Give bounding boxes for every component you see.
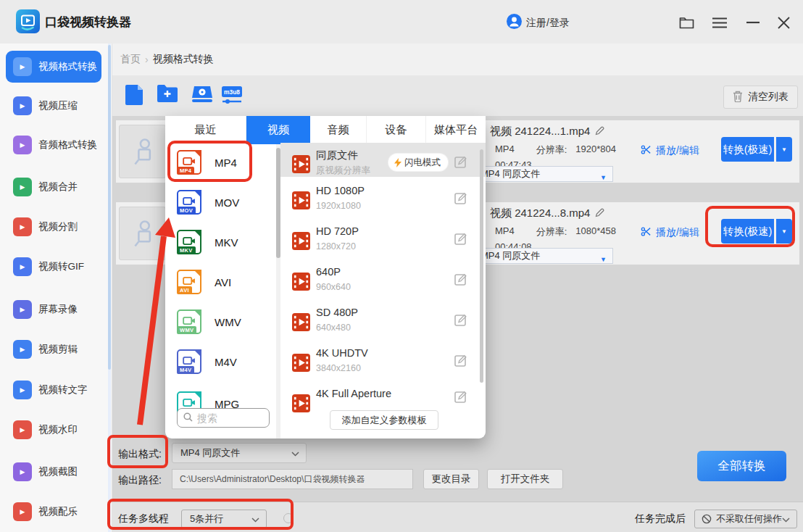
convert-button-1[interactable]: 转换(极速) xyxy=(721,137,774,162)
change-directory-button[interactable]: 更改目录 xyxy=(423,469,479,489)
format-item-m4v[interactable]: M4VM4V xyxy=(165,344,274,380)
format-item-mkv[interactable]: MKVMKV xyxy=(165,224,274,260)
format-item-mov[interactable]: MOVMOV xyxy=(165,184,274,220)
sidebar-item-video-merge[interactable]: 视频合并 xyxy=(6,171,101,203)
file-name-2: 视频 241224...8.mp4 xyxy=(490,207,604,220)
convert-all-button[interactable]: 全部转换 xyxy=(697,451,786,481)
preset-4k-uhdtv[interactable]: 4K UHDTV 3840x2160 xyxy=(283,344,478,381)
scissors-icon xyxy=(641,226,652,239)
play-edit-button-1[interactable]: 播放/编辑 xyxy=(641,144,699,157)
video-to-text-icon xyxy=(13,381,32,399)
tab-video[interactable]: 视频 xyxy=(246,116,310,144)
titlebar: 口袋视频转换器 注册/登录 xyxy=(0,0,803,43)
tab-device[interactable]: 设备 xyxy=(367,116,426,144)
avi-format-icon: AVI xyxy=(177,270,201,294)
breadcrumb-home[interactable]: 首页 xyxy=(120,53,141,66)
add-file-icon[interactable] xyxy=(125,85,147,107)
edit-preset-icon[interactable] xyxy=(454,191,468,208)
video-preset-icon xyxy=(292,313,310,334)
preset-scrollbar-thumb[interactable] xyxy=(480,149,483,383)
sidebar-item-audio-format-convert[interactable]: 音频格式转换 xyxy=(6,129,101,161)
edit-preset-icon[interactable] xyxy=(454,390,468,407)
threads-status-icon xyxy=(283,513,294,523)
format-item-wmv[interactable]: WMVWMV xyxy=(165,304,274,340)
edit-preset-icon[interactable] xyxy=(454,273,468,289)
toolbar: m3u8 m3u8 清空列表 xyxy=(112,75,803,116)
rename-icon[interactable] xyxy=(595,207,604,220)
sidebar-item-video-to-text[interactable]: 视频转文字 xyxy=(6,374,101,406)
sidebar-item-video-split[interactable]: 视频分割 xyxy=(6,211,101,243)
flash-mode-badge: 闪电模式 xyxy=(388,154,448,171)
threads-label: 任务多线程 xyxy=(118,512,169,525)
audio-format-convert-icon xyxy=(13,136,32,154)
sidebar-item-video-to-gif[interactable]: 视频转GIF xyxy=(6,251,101,283)
login-label: 注册/登录 xyxy=(526,17,570,30)
menu-icon[interactable] xyxy=(712,14,728,30)
tab-audio[interactable]: 音频 xyxy=(310,116,367,144)
sidebar-item-video-watermark[interactable]: 视频水印 xyxy=(6,414,101,446)
edit-preset-icon[interactable] xyxy=(454,155,468,172)
m3u8-icon[interactable]: m3u8 m3u8 xyxy=(221,85,243,107)
output-path-field[interactable]: C:\Users\Administrator\Desktop\口袋视频转换器 xyxy=(172,469,413,489)
convert-dropdown-arrow-1[interactable]: ▼ xyxy=(776,137,792,162)
preset-hd-720p[interactable]: HD 720P 1280x720 xyxy=(283,223,478,259)
video-preset-icon xyxy=(292,191,310,212)
preset-hd-1080p[interactable]: HD 1080P 1920x1080 xyxy=(283,182,478,218)
output-format-select-2[interactable]: MP4 同原文件 ▼ xyxy=(475,248,613,264)
output-format-dropdown[interactable]: MP4 同原文件 xyxy=(172,443,307,463)
breadcrumb-current: 视频格式转换 xyxy=(153,53,214,66)
tab-media-platform[interactable]: 媒体平台 xyxy=(426,116,486,144)
sidebar-item-video-screenshot[interactable]: 视频截图 xyxy=(6,456,101,488)
sidebar-item-video-music[interactable]: 视频配乐 xyxy=(6,496,101,528)
edit-preset-icon[interactable] xyxy=(454,354,468,370)
breadcrumb: 首页 › 视频格式转换 xyxy=(112,43,803,75)
avatar-icon xyxy=(507,14,522,32)
video-split-icon xyxy=(13,217,32,236)
no-action-icon xyxy=(702,514,712,524)
after-task-dropdown[interactable]: 不采取任何操作 xyxy=(694,510,797,528)
clear-list-label: 清空列表 xyxy=(748,91,789,104)
screen-record-icon xyxy=(13,300,32,319)
rename-icon[interactable] xyxy=(595,125,604,138)
file-name-1: 视频 241224...1.mp4 xyxy=(490,125,604,138)
open-folder-button[interactable]: 打开文件夹 xyxy=(487,469,563,489)
dropdown-caret-icon: ▼ xyxy=(600,170,607,185)
format-item-mp4[interactable]: MP4MP4 xyxy=(165,144,274,180)
play-edit-button-2[interactable]: 播放/编辑 xyxy=(641,226,699,239)
sidebar-item-video-format-convert[interactable]: 视频格式转换 xyxy=(6,51,101,83)
sidebar: 视频格式转换 视频压缩 音频格式转换 视频合并 视频分割 视频转GIF 屏幕录像… xyxy=(0,43,112,532)
sidebar-item-video-compress[interactable]: 视频压缩 xyxy=(6,90,101,122)
edit-preset-icon[interactable] xyxy=(454,232,468,249)
login-button[interactable]: 注册/登录 xyxy=(507,14,570,32)
format-item-avi[interactable]: AVIAVI xyxy=(165,264,274,300)
add-folder-icon[interactable] xyxy=(157,85,179,107)
sidebar-item-screen-record[interactable]: 屏幕录像 xyxy=(6,294,101,325)
trash-icon xyxy=(733,91,743,104)
sidebar-item-video-edit[interactable]: 视频剪辑 xyxy=(6,333,101,365)
add-custom-template-button[interactable]: 添加自定义参数模板 xyxy=(330,410,438,430)
video-edit-icon xyxy=(13,340,32,359)
chevron-down-icon xyxy=(251,514,259,525)
app-title: 口袋视频转换器 xyxy=(45,14,131,30)
tab-recent[interactable]: 最近 xyxy=(165,116,246,144)
open-folder-titlebar-icon[interactable] xyxy=(678,14,694,30)
output-format-select-1[interactable]: MP4 同原文件 ▼ xyxy=(475,166,613,182)
sidebar-scrollbar-thumb[interactable] xyxy=(108,45,111,370)
minimize-icon[interactable] xyxy=(745,14,761,30)
threads-dropdown[interactable]: 5条并行 xyxy=(181,510,267,528)
video-merge-icon xyxy=(13,178,32,196)
format-search-box xyxy=(177,408,270,428)
video-preset-icon xyxy=(292,155,310,176)
convert-button-2[interactable]: 转换(极速) xyxy=(721,219,774,244)
preset-640p[interactable]: 640P 960x640 xyxy=(283,263,478,299)
dvd-device-icon[interactable] xyxy=(192,85,214,107)
lightning-icon xyxy=(394,158,402,167)
clear-list-button[interactable]: 清空列表 xyxy=(723,86,798,109)
search-input[interactable] xyxy=(197,412,259,424)
preset-same-as-source[interactable]: 同原文件 原视频分辨率 闪电模式 xyxy=(283,146,478,182)
close-icon[interactable] xyxy=(775,14,791,30)
preset-sd-480p[interactable]: SD 480P 640x480 xyxy=(283,304,478,340)
video-preset-icon xyxy=(292,232,310,253)
convert-dropdown-arrow-2[interactable]: ▼ xyxy=(776,219,792,244)
edit-preset-icon[interactable] xyxy=(454,313,468,330)
